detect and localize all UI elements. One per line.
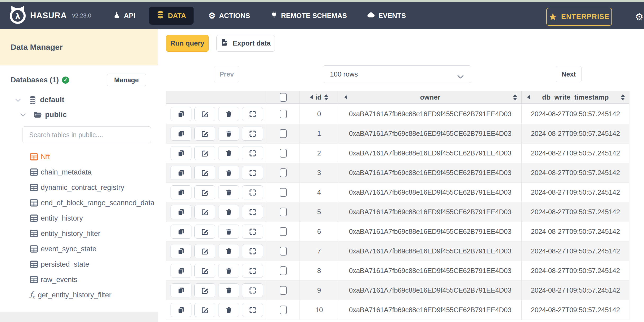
sidebar-item-table[interactable]: event_sync_state — [0, 241, 158, 257]
expand-row-button[interactable] — [242, 127, 263, 141]
prev-page-button[interactable]: Prev — [214, 66, 239, 82]
collapse-column-icon[interactable] — [527, 95, 530, 99]
settings-gear-icon[interactable]: ⚙ — [635, 12, 643, 22]
sidebar-item-table[interactable]: raw_events — [0, 272, 158, 287]
row-checkbox[interactable] — [280, 286, 287, 295]
delete-row-button[interactable] — [218, 107, 239, 121]
header-owner-cell[interactable]: owner — [339, 91, 522, 103]
manage-button[interactable]: Manage — [107, 74, 146, 86]
cell-id: 9 — [299, 281, 339, 300]
delete-row-button[interactable] — [218, 127, 239, 141]
collapse-column-icon[interactable] — [310, 95, 313, 99]
sort-icon[interactable] — [621, 94, 625, 100]
delete-row-button[interactable] — [218, 244, 239, 258]
sidebar-item-table[interactable]: entity_history — [0, 211, 158, 226]
row-checkbox[interactable] — [280, 168, 287, 177]
trash-icon — [225, 130, 232, 137]
sort-icon[interactable] — [324, 94, 328, 100]
row-checkbox[interactable] — [280, 227, 287, 236]
copy-row-button[interactable] — [171, 166, 191, 180]
nav-item-data-active[interactable]: DATA — [149, 7, 193, 25]
hasura-logo[interactable]: λ HASURA v2.23.0 — [8, 5, 91, 26]
sidebar-item-table[interactable]: persisted_state — [0, 257, 158, 272]
edit-row-button[interactable] — [194, 283, 215, 297]
row-checkbox[interactable] — [280, 149, 287, 158]
copy-row-button[interactable] — [171, 127, 191, 141]
expand-row-button[interactable] — [242, 166, 263, 180]
edit-row-button[interactable] — [194, 127, 215, 141]
row-checkbox[interactable] — [280, 188, 287, 197]
copy-row-button[interactable] — [171, 283, 191, 297]
edit-row-button[interactable] — [194, 185, 215, 199]
chevron-down-icon[interactable] — [15, 96, 21, 104]
edit-row-button[interactable] — [194, 303, 215, 317]
cell-owner: 0xaBA7161A7fb69c88e16ED9f455CE62B791EE4D… — [339, 163, 522, 182]
sidebar-item-table[interactable]: entity_history_filter — [0, 226, 158, 241]
delete-row-button[interactable] — [218, 166, 239, 180]
enterprise-button[interactable]: ★ ENTERPRISE — [546, 8, 612, 26]
edit-row-button[interactable] — [194, 166, 215, 180]
sort-icon[interactable] — [513, 94, 517, 100]
delete-row-button[interactable] — [218, 283, 239, 297]
nav-item-api[interactable]: API — [113, 11, 135, 21]
expand-row-button[interactable] — [242, 205, 263, 219]
expand-row-button[interactable] — [242, 303, 263, 317]
delete-row-button[interactable] — [218, 185, 239, 199]
delete-row-button[interactable] — [218, 146, 239, 160]
expand-icon — [249, 267, 256, 275]
expand-row-button[interactable] — [242, 225, 263, 239]
next-page-button[interactable]: Next — [556, 66, 582, 82]
nav-item-events[interactable]: EVENTS — [367, 12, 406, 20]
copy-row-button[interactable] — [171, 146, 191, 160]
edit-row-button[interactable] — [194, 205, 215, 219]
edit-row-button[interactable] — [194, 107, 215, 121]
row-checkbox[interactable] — [280, 247, 287, 256]
header-timestamp-cell[interactable]: db_write_timestamp — [522, 91, 629, 103]
select-all-checkbox[interactable] — [280, 93, 287, 102]
expand-row-button[interactable] — [242, 264, 263, 278]
delete-row-button[interactable] — [218, 225, 239, 239]
sidebar-item-function[interactable]: ƒx get_entity_history_filter — [0, 287, 158, 303]
run-query-button[interactable]: Run query — [166, 35, 209, 52]
rows-per-page-select[interactable]: 100 rows — [323, 65, 471, 83]
copy-row-button[interactable] — [171, 244, 191, 258]
expand-row-button[interactable] — [242, 283, 263, 297]
sidebar-item-table[interactable]: chain_metadata — [0, 164, 158, 180]
row-checkbox[interactable] — [280, 306, 287, 314]
row-checkbox[interactable] — [280, 129, 287, 138]
row-checkbox[interactable] — [280, 208, 287, 216]
collapse-column-icon[interactable] — [344, 95, 347, 99]
copy-row-button[interactable] — [171, 225, 191, 239]
search-tables-input[interactable] — [23, 126, 151, 143]
sidebar-item-table[interactable]: end_of_block_range_scanned_data — [0, 195, 158, 211]
header-id-cell[interactable]: id — [299, 91, 339, 103]
expand-row-button[interactable] — [242, 146, 263, 160]
edit-row-button[interactable] — [194, 244, 215, 258]
edit-row-button[interactable] — [194, 146, 215, 160]
nav-item-actions[interactable]: ⚙ ACTIONS — [208, 12, 250, 20]
delete-row-button[interactable] — [218, 264, 239, 278]
delete-row-button[interactable] — [218, 205, 239, 219]
sidebar-item-table[interactable]: dynamic_contract_registry — [0, 180, 158, 195]
chevron-down-icon[interactable] — [20, 110, 26, 119]
tree-node-database-default[interactable]: default — [15, 96, 158, 104]
export-data-button[interactable]: Export data — [216, 35, 275, 52]
row-checkbox[interactable] — [280, 110, 287, 118]
edit-row-button[interactable] — [194, 225, 215, 239]
nav-item-remote-schemas[interactable]: REMOTE SCHEMAS — [271, 11, 347, 21]
delete-row-button[interactable] — [218, 303, 239, 317]
row-checkbox[interactable] — [280, 266, 287, 275]
expand-row-button[interactable] — [242, 185, 263, 199]
expand-row-button[interactable] — [242, 244, 263, 258]
copy-row-button[interactable] — [171, 107, 191, 121]
edit-icon — [201, 189, 209, 196]
copy-row-button[interactable] — [171, 264, 191, 278]
expand-row-button[interactable] — [242, 107, 263, 121]
copy-row-button[interactable] — [171, 303, 191, 317]
copy-row-button[interactable] — [171, 185, 191, 199]
copy-row-button[interactable] — [171, 205, 191, 219]
edit-row-button[interactable] — [194, 264, 215, 278]
sidebar-item-table[interactable]: Nft — [0, 149, 158, 164]
trash-icon — [225, 306, 232, 314]
tree-node-schema-public[interactable]: public — [20, 110, 158, 119]
